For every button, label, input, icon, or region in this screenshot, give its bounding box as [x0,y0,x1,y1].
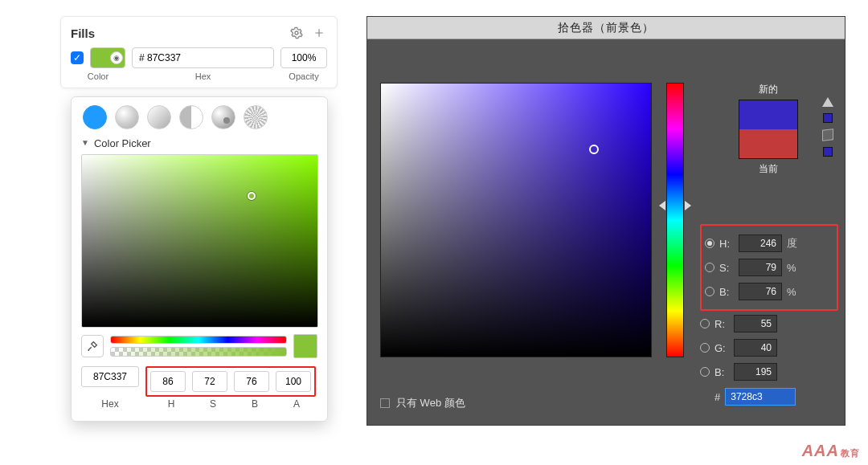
in-r[interactable] [734,315,777,332]
radio-g[interactable] [700,343,710,353]
a-input[interactable] [276,371,311,392]
label-b: B [237,398,272,410]
b-input[interactable] [234,371,269,392]
new-label: 新的 [700,83,837,96]
s-input[interactable] [192,371,227,392]
linked-icon: ◉ [110,51,123,64]
radio-r[interactable] [700,319,710,328]
in-s[interactable] [739,259,782,276]
fill-type-radial[interactable] [147,105,171,129]
sb-handle[interactable] [248,192,256,200]
label-color: Color [71,71,125,81]
in-b[interactable] [739,283,782,300]
gear-icon[interactable] [289,25,305,41]
radio-h[interactable] [705,239,714,248]
ps-hue-slider[interactable] [666,83,684,357]
lbl-r: R: [714,318,729,330]
alpha-slider[interactable] [110,347,287,357]
eyedropper-button[interactable] [81,335,104,357]
web-only-label: 只有 Web 颜色 [396,396,465,410]
radio-bb[interactable] [700,367,710,377]
radio-b[interactable] [705,287,714,296]
web-only-checkbox[interactable] [380,398,390,408]
ps-sb-handle[interactable] [589,145,599,154]
ps-sb-canvas[interactable] [380,83,652,357]
fill-type-image[interactable] [211,105,235,129]
websafe-swatch[interactable] [823,147,833,157]
radio-s[interactable] [705,263,714,272]
color-picker-title: Color Picker [94,137,151,149]
watermark: AAA教育 [802,442,860,460]
color-preview-chip [293,334,317,358]
fill-swatch[interactable]: ◉ [90,47,125,68]
unit-b: % [787,286,800,298]
label-h: H [154,398,189,410]
current-label: 当前 [700,162,837,176]
hue-slider[interactable] [110,336,287,344]
ps-value-fields: H: 度 S: % B: % R: [700,224,838,406]
fill-type-linear[interactable] [115,105,139,129]
in-h[interactable] [739,235,782,252]
gamut-swatch[interactable] [823,113,833,123]
unit-s: % [787,262,800,274]
lbl-s: S: [719,262,734,274]
h-input[interactable] [150,371,186,392]
current-color-swatch [739,129,797,158]
fills-panel: Fills ✓ ◉ Color Hex Opacity [60,16,338,88]
ps-color-picker: 拾色器（前景色） 新的 当前 [366,16,845,426]
web-only-row[interactable]: 只有 Web 颜色 [380,396,465,410]
label-hex: Hex [125,71,280,81]
websafe-cube-icon[interactable] [822,128,833,141]
label-s: S [195,398,231,410]
in-bb[interactable] [734,363,777,381]
opacity-input[interactable] [280,47,327,68]
color-picker-popover: ▼ Color Picker Hex H S B A [71,96,328,422]
plus-icon[interactable] [311,25,327,41]
fills-title: Fills [71,27,282,40]
lbl-b: B: [719,286,734,298]
fill-type-angular[interactable] [179,105,203,129]
ps-hex-input[interactable] [725,388,796,406]
gamut-warning-icon[interactable] [822,97,833,107]
lbl-bb: B: [714,366,729,378]
label-opacity: Opacity [280,71,327,81]
fill-type-solid[interactable] [83,105,107,129]
ps-title: 拾色器（前景色） [367,17,845,39]
new-color-swatch [739,100,797,129]
lbl-g: G: [714,342,729,354]
hex-hash: # [714,391,720,403]
hex-value-input[interactable] [81,366,139,387]
fill-row: ✓ ◉ [61,44,337,70]
new-current-block: 新的 当前 [700,83,837,179]
hsb-highlight-box: H: 度 S: % B: % [700,224,838,311]
lbl-h: H: [719,238,734,250]
unit-h: 度 [787,236,800,251]
disclosure-triangle-icon[interactable]: ▼ [81,138,89,147]
fill-enabled-checkbox[interactable]: ✓ [71,51,84,64]
fill-type-row [81,105,317,136]
hue-arrow-right-icon [685,201,691,210]
hex-input[interactable] [132,47,274,68]
fill-type-noise[interactable] [244,105,268,129]
saturation-brightness-canvas[interactable] [81,154,318,328]
svg-point-0 [295,31,298,35]
in-g[interactable] [734,339,777,357]
hue-arrow-left-icon [659,201,665,210]
label-hexval: Hex [81,398,139,410]
label-a: A [279,398,314,410]
